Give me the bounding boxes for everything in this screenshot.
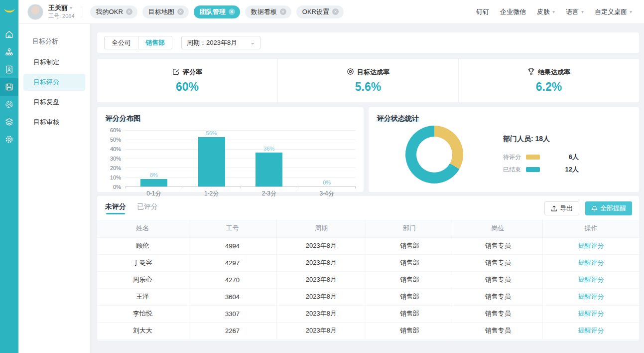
- topbar-menu-item[interactable]: 钉钉: [476, 7, 489, 16]
- cell-action: 提醒评分: [542, 322, 639, 339]
- tab-close-icon[interactable]: ×: [126, 8, 132, 15]
- tab-close-icon[interactable]: ×: [229, 8, 235, 15]
- export-button[interactable]: 导出: [544, 201, 579, 215]
- remind-score-link[interactable]: 提醒评分: [578, 310, 604, 317]
- cell-position: 销售专员: [453, 288, 543, 305]
- bell-icon: [591, 205, 598, 212]
- sidebar-item-item[interactable]: 目标审核: [23, 114, 85, 131]
- topbar-tab[interactable]: 目标地图×: [142, 5, 189, 18]
- scope-segment[interactable]: 销售部: [138, 36, 172, 49]
- bar-value-label: 8%: [150, 172, 158, 178]
- cell-name: 丁曼容: [97, 254, 188, 271]
- save-icon: [4, 82, 14, 92]
- sidebar-item-active[interactable]: 目标评分: [23, 74, 85, 91]
- topbar-menu-item[interactable]: 企业微信: [500, 7, 526, 16]
- bar-cell: 56%: [183, 130, 241, 186]
- topbar-tab-label: OKR设置: [302, 7, 329, 16]
- banana-logo-icon: [3, 7, 16, 15]
- rail-item-doc[interactable]: [0, 61, 18, 78]
- cell-emp-no: 3307: [188, 305, 276, 322]
- cell-period: 2023年8月: [276, 305, 366, 322]
- table-column-header: 岗位: [453, 220, 543, 237]
- user-employee-no: 工号: 2064: [48, 13, 75, 19]
- rail-item-org[interactable]: [0, 43, 18, 61]
- topbar-tab[interactable]: 数据看板×: [245, 5, 291, 18]
- x-axis-tick: [355, 186, 356, 188]
- y-tick-label: 20%: [110, 165, 121, 171]
- rail-item-save[interactable]: [0, 78, 18, 96]
- cell-dept: 销售部: [366, 305, 453, 322]
- topbar-tab-label: 我的OKR: [96, 7, 123, 16]
- table-row: 王泽36042023年8月销售部销售专员提醒评分: [97, 288, 639, 305]
- table-header-row: 姓名工号周期部门岗位操作: [97, 220, 639, 237]
- rail-item-home[interactable]: [0, 26, 18, 43]
- remind-score-link[interactable]: 提醒评分: [578, 293, 604, 300]
- y-tick-label: 50%: [110, 137, 121, 143]
- stat-value: 5.6%: [355, 80, 381, 94]
- bar-cell: 36%: [241, 130, 298, 186]
- sidebar-item-item[interactable]: 目标复盘: [23, 94, 85, 111]
- remind-score-link[interactable]: 提醒评分: [578, 327, 604, 334]
- user-block[interactable]: 王关丽▾ 工号: 2064: [48, 4, 75, 19]
- table-actions: 导出 全部提醒: [544, 201, 632, 215]
- bar-value-label: 56%: [206, 130, 217, 136]
- cell-emp-no: 4270: [188, 271, 276, 288]
- topbar-menu-item[interactable]: 语言▾: [566, 7, 584, 16]
- cell-position: 销售专员: [453, 237, 543, 254]
- rail-item-settings[interactable]: [0, 131, 18, 148]
- bar-value-label: 0%: [323, 179, 331, 185]
- bar[interactable]: [256, 153, 282, 186]
- table-tab[interactable]: 未评分: [105, 202, 126, 214]
- scope-segment[interactable]: 全公司: [104, 36, 138, 49]
- score-distribution-card: 评分分布图 60%50%40%30%20%10%0% 8%56%36%0% 0-…: [97, 107, 364, 192]
- table-tab[interactable]: 已评分: [137, 202, 158, 214]
- x-category-label: 1-2分: [183, 189, 241, 198]
- target-icon: [347, 68, 354, 77]
- stat-label: 结果达成率: [527, 68, 570, 77]
- topbar-tab[interactable]: 团队管理×: [194, 5, 240, 18]
- cell-emp-no: 4994: [188, 237, 276, 254]
- trophy-icon: [527, 68, 535, 77]
- remind-score-link[interactable]: 提醒评分: [578, 276, 604, 283]
- topbar-menu-item[interactable]: 自定义桌面▾: [595, 7, 632, 16]
- bar[interactable]: [198, 137, 225, 186]
- topbar-tab[interactable]: 我的OKR×: [90, 5, 137, 18]
- tab-close-icon[interactable]: ×: [177, 8, 184, 15]
- layers-icon: [4, 117, 14, 127]
- remind-score-link[interactable]: 提醒评分: [578, 259, 604, 266]
- bar[interactable]: [140, 179, 167, 186]
- topbar: 王关丽▾ 工号: 2064 我的OKR×目标地图×团队管理×数据看板×OKR设置…: [18, 0, 644, 24]
- table-row: 周乐心42702023年8月销售部销售专员提醒评分: [97, 271, 639, 288]
- table-tabs: 未评分已评分: [105, 202, 169, 214]
- gear-icon: [4, 135, 14, 144]
- sidebar-item-item[interactable]: 目标制定: [23, 54, 85, 71]
- period-select[interactable]: 周期：2023年8月 ⌄: [181, 36, 260, 49]
- table-column-header: 姓名: [97, 220, 188, 237]
- table-column-header: 操作: [542, 220, 639, 237]
- remind-score-link[interactable]: 提醒评分: [578, 242, 604, 249]
- topbar-tab[interactable]: OKR设置×: [296, 5, 344, 18]
- cell-emp-no: 3604: [188, 288, 276, 305]
- tab-close-icon[interactable]: ×: [332, 8, 339, 15]
- home-icon: [4, 30, 14, 39]
- cell-period: 2023年8月: [276, 271, 366, 288]
- cell-period: 2023年8月: [276, 288, 366, 305]
- donut-hole: [416, 137, 452, 173]
- x-category-label: 3-4分: [298, 189, 356, 198]
- legend-label: 待评分: [503, 153, 526, 162]
- cell-period: 2023年8月: [276, 322, 366, 339]
- rail-item-layers[interactable]: [0, 113, 18, 131]
- avatar[interactable]: [27, 4, 43, 20]
- bar-chart-plot: 8%56%36%0%: [125, 130, 356, 187]
- tab-close-icon[interactable]: ×: [280, 8, 286, 15]
- topbar-tab-label: 团队管理: [200, 7, 226, 16]
- topbar-menu-item[interactable]: 皮肤▾: [537, 7, 555, 16]
- bar-cell: 0%: [298, 130, 356, 186]
- remind-all-button[interactable]: 全部提醒: [585, 201, 632, 215]
- rail-item-fingerprint[interactable]: [0, 96, 18, 113]
- caret-down-icon: ▾: [581, 9, 584, 14]
- scope-segmented-control: 全公司销售部: [104, 36, 172, 49]
- cell-action: 提醒评分: [542, 254, 639, 271]
- stat-label: 评分率: [172, 68, 202, 77]
- app-logo[interactable]: [0, 0, 18, 23]
